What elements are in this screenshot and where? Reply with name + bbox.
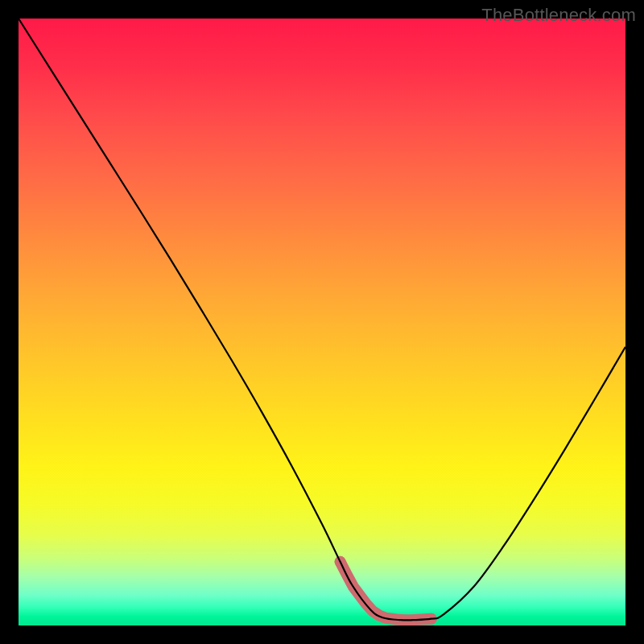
optimal-zone-band xyxy=(341,562,431,620)
chart-area xyxy=(19,19,625,625)
watermark-text: TheBottleneck.com xyxy=(481,5,636,26)
bottleneck-curve-line xyxy=(19,19,625,621)
curve-svg xyxy=(19,19,625,625)
